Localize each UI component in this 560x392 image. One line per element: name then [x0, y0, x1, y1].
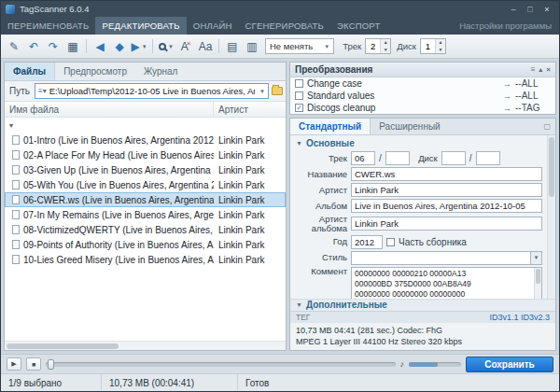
- undo-button[interactable]: ↶: [24, 37, 43, 56]
- table-row[interactable]: 02-A Place For My Head (Live in Buenos A…: [5, 147, 286, 162]
- prev-file-button[interactable]: ◀: [91, 37, 109, 56]
- transform-item[interactable]: ✓ Discogs cleanup → --TAG: [290, 102, 555, 114]
- seek-slider[interactable]: [46, 362, 396, 367]
- undo-icon: ↶: [29, 40, 38, 53]
- volume-slider[interactable]: [409, 362, 461, 367]
- close-button[interactable]: ×: [539, 3, 554, 15]
- remove-tags-button[interactable]: A×: [176, 37, 195, 56]
- stepper-arrows[interactable]: ▲▼: [435, 39, 445, 53]
- transform-item[interactable]: Change case → --ALL: [290, 77, 555, 90]
- group-collapse-icon[interactable]: ▼: [5, 122, 18, 129]
- group-row[interactable]: ▼: [5, 118, 286, 133]
- compilation-label: Часть сборника: [399, 237, 467, 247]
- close-icon[interactable]: ×: [546, 65, 551, 74]
- transforms-title: Преобразования: [295, 64, 372, 75]
- year-input[interactable]: 2012: [351, 235, 383, 249]
- table-row[interactable]: 03-Given Up (Live in Buenos Aires, Argen…: [5, 162, 286, 177]
- tab-standard[interactable]: Стандартный: [290, 119, 371, 134]
- comment-label: Коммент: [295, 267, 347, 276]
- table-row[interactable]: 09-Points of Authority (Live in Buenos A…: [5, 237, 286, 252]
- menu-edit[interactable]: РЕДАКТИРОВАТЬ: [95, 17, 186, 35]
- seek-thumb[interactable]: [48, 359, 54, 370]
- arrow-down-icon[interactable]: ▼: [381, 47, 390, 54]
- apply-tags-button[interactable]: ◆: [110, 37, 129, 56]
- arrow-down-icon[interactable]: ▼: [436, 47, 445, 54]
- scrollbar-thumb[interactable]: [549, 137, 554, 197]
- menu-rename[interactable]: ПЕРЕИМЕНОВАТЬ: [1, 17, 95, 35]
- disc-stepper[interactable]: 1 ▲▼: [420, 38, 446, 54]
- playlist-button[interactable]: ▤: [223, 37, 242, 56]
- stepper-arrows[interactable]: ▲▼: [380, 39, 390, 53]
- app-logo-icon: [6, 5, 15, 14]
- collapse-icon[interactable]: ▴: [539, 65, 542, 74]
- chevron-down-icon[interactable]: ▼: [531, 251, 542, 265]
- volume-fill: [409, 362, 438, 367]
- checkbox[interactable]: [295, 91, 303, 100]
- info-panel-button[interactable]: ▥: [243, 37, 261, 56]
- transform-item[interactable]: Standard values → --ALL: [290, 90, 555, 102]
- scrollbar-thumb[interactable]: [536, 269, 540, 284]
- vertical-scrollbar[interactable]: [547, 135, 555, 299]
- panel-layout-icon[interactable]: ▢: [539, 119, 555, 134]
- browse-folder-button[interactable]: [272, 87, 283, 95]
- tab-log[interactable]: Журнал: [135, 63, 187, 80]
- redo-button[interactable]: ↷: [44, 37, 63, 56]
- chevron-down-icon: ▼: [296, 301, 302, 308]
- tag-version-select[interactable]: Не менять ▼: [265, 38, 334, 54]
- scrollbar-thumb[interactable]: [7, 343, 119, 349]
- save-button[interactable]: Сохранить: [466, 357, 553, 372]
- play-button[interactable]: ▶: [7, 357, 21, 371]
- edit-tags-button[interactable]: Aa: [196, 37, 215, 56]
- arrow-up-icon[interactable]: ▲: [381, 39, 390, 47]
- checkbox-checked[interactable]: ✓: [295, 104, 303, 112]
- horizontal-scrollbar[interactable]: [5, 341, 286, 350]
- comment-input[interactable]: 00000000 00000210 00000A13 000000BD 375D…: [351, 267, 542, 299]
- track-total-input[interactable]: [385, 151, 410, 165]
- rename-button[interactable]: ✎: [5, 37, 23, 56]
- table-row[interactable]: 10-Lies Greed Misery (Live in Buenos Air…: [5, 252, 286, 267]
- section-more-label: Дополнительные: [306, 300, 387, 310]
- disc-input[interactable]: [441, 151, 466, 165]
- genre-input[interactable]: [351, 251, 531, 265]
- disc-total-input[interactable]: [476, 151, 500, 165]
- album-artist-input[interactable]: Linkin Park: [351, 217, 542, 231]
- columns-button[interactable]: ▦: [63, 37, 82, 56]
- files-tabs: Файлы Предпросмотр Журнал: [5, 63, 286, 81]
- menu-export[interactable]: ЭКСПОРТ: [330, 17, 386, 35]
- path-menu-icon[interactable]: ≡▾: [38, 87, 47, 95]
- maximize-button[interactable]: □: [523, 3, 538, 15]
- track-stepper[interactable]: 2 ▲▼: [365, 38, 391, 54]
- chevron-down-icon: ▼: [168, 44, 174, 49]
- menu-program-settings[interactable]: Настройки программы: [452, 17, 559, 35]
- comment-scrollbar[interactable]: [534, 268, 541, 299]
- menu-generate[interactable]: СГЕНЕРИРОВАТЬ: [239, 17, 330, 35]
- arrow-up-icon[interactable]: ▲: [436, 39, 445, 47]
- menu-online[interactable]: ОНЛАЙН: [187, 17, 239, 35]
- table-row[interactable]: 05-With You (Live in Buenos Aires, Argen…: [5, 177, 286, 192]
- window-controls: – □ ×: [506, 3, 554, 15]
- path-input[interactable]: ≡▾ E:\Upload\Temp\2012-10-05 Live in Bue…: [35, 83, 269, 99]
- checkbox[interactable]: [295, 79, 303, 88]
- table-row-selected[interactable]: 06-CWER.ws (Live in Buenos Aires, Argent…: [5, 192, 286, 207]
- album-input[interactable]: Live in Buenos Aires, Argentina 2012-10-…: [351, 199, 542, 213]
- transform-menu-icon[interactable]: ≡: [531, 65, 536, 74]
- tab-preview[interactable]: Предпросмотр: [55, 63, 135, 80]
- chevron-down-icon[interactable]: ▼: [259, 89, 265, 94]
- minimize-button[interactable]: –: [506, 3, 521, 15]
- table-row[interactable]: 07-In My Remains (Live in Buenos Aires, …: [5, 207, 286, 222]
- column-filename[interactable]: Имя файла: [5, 102, 214, 117]
- search-button[interactable]: ▼: [157, 37, 175, 56]
- section-more[interactable]: ▼Дополнительные: [290, 299, 555, 311]
- title-input[interactable]: CWER.ws: [351, 167, 542, 181]
- table-row[interactable]: 08-VictimizedQWERTY (Live in Buenos Aire…: [5, 222, 286, 237]
- table-row[interactable]: 01-Intro (Live in Buenos Aires, Argentin…: [5, 133, 286, 147]
- stop-button[interactable]: ■: [26, 357, 41, 371]
- tab-extended[interactable]: Расширенный: [371, 119, 448, 134]
- track-input[interactable]: 06: [351, 151, 375, 165]
- tab-files[interactable]: Файлы: [5, 63, 55, 80]
- section-main[interactable]: ▼Основные: [290, 137, 547, 149]
- column-artist[interactable]: Артист: [214, 102, 286, 117]
- compilation-checkbox[interactable]: [386, 238, 395, 246]
- artist-input[interactable]: Linkin Park: [351, 183, 542, 197]
- next-file-button[interactable]: ▶▼: [130, 37, 148, 56]
